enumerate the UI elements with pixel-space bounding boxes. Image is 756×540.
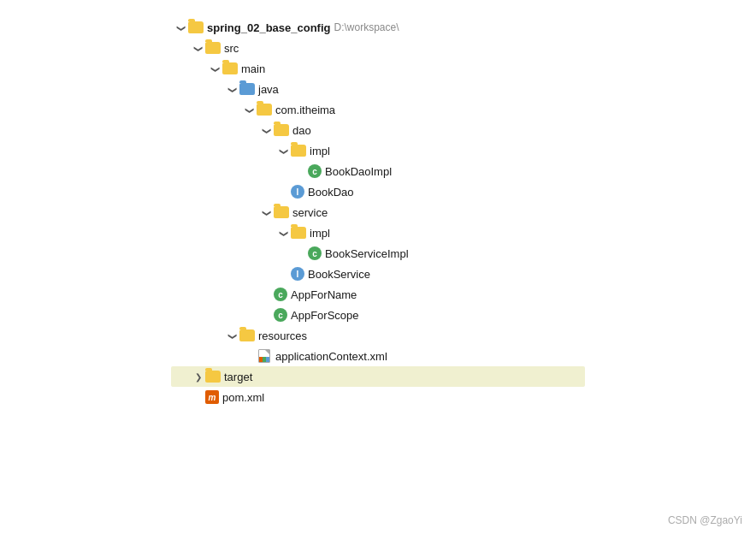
label-dao: dao xyxy=(292,124,311,137)
expand-arrow[interactable] xyxy=(209,64,222,74)
class-badge: c xyxy=(308,246,322,260)
node-service[interactable]: service xyxy=(171,202,331,223)
expand-arrow[interactable] xyxy=(277,228,291,238)
node-main[interactable]: main xyxy=(171,58,269,79)
root-label: spring_02_base_config xyxy=(207,21,331,34)
node-src[interactable]: src xyxy=(171,38,242,58)
node-app-for-name[interactable]: c AppForName xyxy=(171,284,360,305)
xml-file-icon xyxy=(257,349,272,363)
maven-badge: m xyxy=(205,390,219,404)
label-target: target xyxy=(224,371,252,383)
label-pom-xml: pom.xml xyxy=(222,391,264,404)
node-dao[interactable]: dao xyxy=(171,120,315,140)
expand-arrow[interactable] xyxy=(260,126,274,135)
label-resources: resources xyxy=(258,329,307,342)
interface-badge: I xyxy=(291,267,304,281)
class-badge: c xyxy=(274,288,287,301)
node-book-service[interactable]: I BookService xyxy=(171,264,374,284)
label-book-service: BookService xyxy=(308,268,370,281)
node-impl-dao[interactable]: impl xyxy=(171,140,334,161)
expand-arrow[interactable] xyxy=(226,85,239,94)
label-impl-service: impl xyxy=(310,227,330,240)
node-application-context-xml[interactable]: applicationContext.xml xyxy=(171,346,391,366)
file-tree: spring_02_base_config D:\workspace\ src … xyxy=(0,0,756,540)
label-java: java xyxy=(258,83,279,96)
node-book-dao-impl[interactable]: c BookDaoImpl xyxy=(171,161,395,181)
label-book-dao-impl: BookDaoImpl xyxy=(325,165,392,178)
node-pom-xml[interactable]: m pom.xml xyxy=(171,387,268,407)
expand-arrow[interactable] xyxy=(277,146,291,156)
node-com-itheima[interactable]: com.itheima xyxy=(171,99,339,120)
label-main: main xyxy=(241,62,265,75)
node-book-service-impl[interactable]: c BookServiceImpl xyxy=(171,243,412,264)
label-app-for-name: AppForName xyxy=(291,288,357,301)
label-impl-dao: impl xyxy=(310,145,330,157)
expand-arrow[interactable] xyxy=(226,331,239,341)
expand-arrow[interactable] xyxy=(192,44,205,53)
root-path: D:\workspace\ xyxy=(334,21,399,33)
label-book-dao: BookDao xyxy=(308,186,353,199)
label-application-context-xml: applicationContext.xml xyxy=(275,350,387,363)
expand-arrow[interactable] xyxy=(192,372,205,382)
tree-root[interactable]: spring_02_base_config D:\workspace\ xyxy=(171,17,403,38)
label-com-itheima: com.itheima xyxy=(275,104,335,116)
node-impl-service[interactable]: impl xyxy=(171,223,334,243)
label-src: src xyxy=(224,42,239,55)
label-app-for-scope: AppForScope xyxy=(291,309,359,322)
expand-arrow[interactable] xyxy=(174,23,188,33)
node-target[interactable]: target xyxy=(171,366,585,387)
class-badge: c xyxy=(308,164,322,178)
label-book-service-impl: BookServiceImpl xyxy=(325,247,409,260)
node-resources[interactable]: resources xyxy=(171,325,310,346)
node-book-dao[interactable]: I BookDao xyxy=(171,181,357,202)
label-service: service xyxy=(292,206,328,219)
expand-arrow[interactable] xyxy=(243,105,257,115)
node-java[interactable]: java xyxy=(171,79,282,99)
expand-arrow[interactable] xyxy=(260,208,274,217)
class-badge: c xyxy=(274,308,287,322)
interface-badge: I xyxy=(291,185,304,199)
node-app-for-scope[interactable]: c AppForScope xyxy=(171,305,363,325)
watermark: CSDN @ZgaoYi xyxy=(668,514,742,526)
